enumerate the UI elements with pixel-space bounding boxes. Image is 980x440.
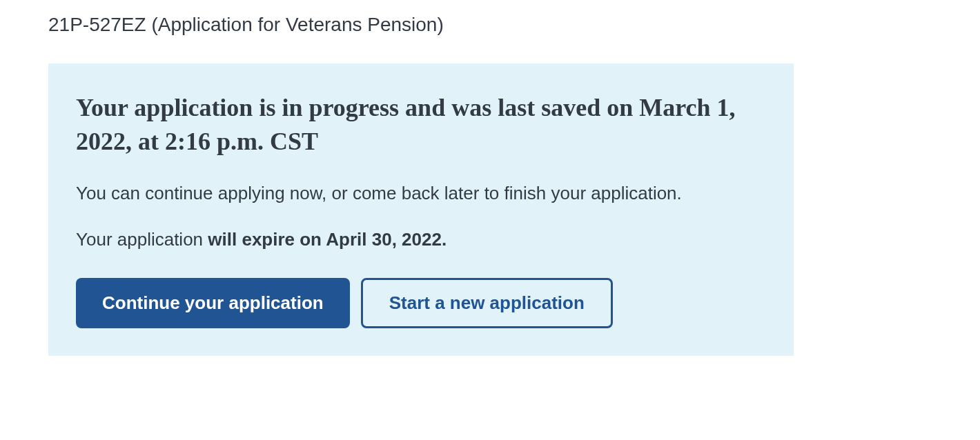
continue-application-button[interactable]: Continue your application (76, 278, 350, 328)
continue-text: You can continue applying now, or come b… (76, 180, 766, 207)
alert-body: You can continue applying now, or come b… (76, 180, 766, 328)
start-new-application-button[interactable]: Start a new application (361, 278, 613, 328)
expire-prefix: Your application (76, 229, 208, 250)
in-progress-alert: Your application is in progress and was … (48, 63, 794, 356)
button-row: Continue your application Start a new ap… (76, 278, 766, 328)
expire-date: will expire on April 30, 2022. (208, 229, 447, 250)
form-label: 21P-527EZ (Application for Veterans Pens… (48, 14, 932, 36)
alert-heading: Your application is in progress and was … (76, 91, 766, 158)
expire-text: Your application will expire on April 30… (76, 226, 766, 253)
